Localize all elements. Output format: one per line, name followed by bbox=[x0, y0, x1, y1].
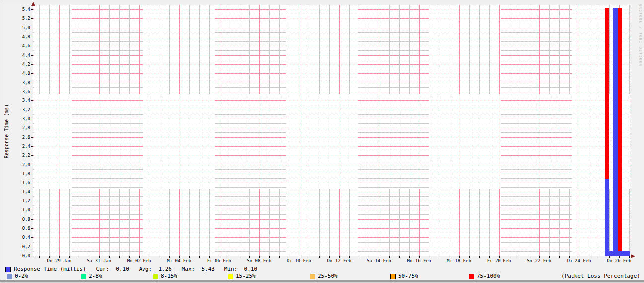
rrd-graph: Response Time (ms) RRDTOOL / TOBI OETIKE… bbox=[0, 0, 644, 283]
loss-label: 15-25% bbox=[236, 273, 256, 280]
loss-swatch-8-15% bbox=[153, 274, 158, 279]
loss-swatch-75-100% bbox=[469, 274, 474, 279]
loss-swatch-2-8% bbox=[81, 274, 86, 279]
bottom-edge bbox=[0, 282, 644, 283]
loss-label: 2-8% bbox=[89, 273, 102, 280]
loss-label: 50-75% bbox=[398, 273, 418, 280]
loss-swatch-50-75% bbox=[390, 274, 396, 279]
loss-label: 0-2% bbox=[15, 273, 28, 280]
loss-label: 8-15% bbox=[161, 273, 177, 280]
loss-swatch-15-25% bbox=[228, 274, 233, 279]
loss-label: 75-100% bbox=[477, 273, 500, 280]
loss-scale-note: (Packet Loss Percentage) bbox=[561, 273, 640, 280]
legend-loss-scale: 0-2%2-8%8-15%15-25%25-50%50-75%75-100% bbox=[0, 0, 644, 283]
loss-label: 25-50% bbox=[318, 273, 338, 280]
loss-swatch-0-2% bbox=[7, 274, 12, 279]
loss-swatch-25-50% bbox=[310, 274, 315, 279]
